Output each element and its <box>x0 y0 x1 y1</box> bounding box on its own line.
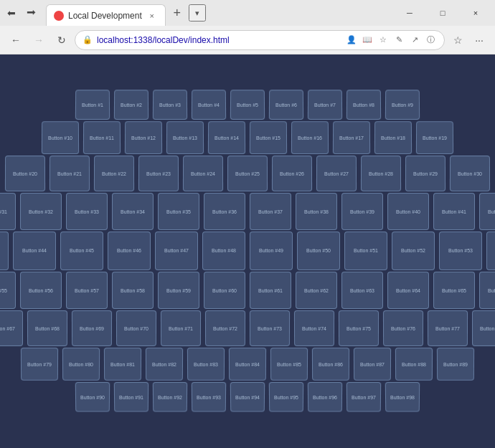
seat-button[interactable]: Button #22 <box>94 156 134 191</box>
seat-button[interactable]: Button #25 <box>227 156 268 191</box>
seat-button[interactable]: Button #94 <box>230 381 265 411</box>
seat-button[interactable]: Button #67 <box>0 310 23 345</box>
seat-button[interactable]: Button #23 <box>138 156 179 191</box>
seat-button[interactable]: Button #92 <box>153 381 187 411</box>
seat-button[interactable]: Button #19 <box>416 121 453 154</box>
seat-button[interactable]: Button #90 <box>75 381 110 411</box>
seat-button[interactable]: Button #81 <box>104 347 141 380</box>
seat-button[interactable]: Button #51 <box>344 232 387 270</box>
seat-button[interactable]: Button #37 <box>250 193 291 230</box>
seat-button[interactable]: Button #3 <box>153 90 187 120</box>
seat-button[interactable]: Button #59 <box>158 271 199 308</box>
seat-button[interactable]: Button #46 <box>108 232 151 270</box>
seat-button[interactable]: Button #68 <box>27 310 67 345</box>
seat-button[interactable]: Button #29 <box>405 156 446 191</box>
seat-button[interactable]: Button #9 <box>385 90 420 120</box>
seat-button[interactable]: Button #34 <box>112 193 154 230</box>
address-bar[interactable]: 🔒 localhost:1338/localDev/index.html 👤 📖… <box>75 30 445 50</box>
seat-button[interactable]: Button #65 <box>433 271 475 308</box>
seat-button[interactable]: Button #7 <box>308 90 342 120</box>
seat-button[interactable]: Button #84 <box>229 347 266 380</box>
seat-button[interactable]: Button #60 <box>204 271 245 308</box>
seat-button[interactable]: Button #79 <box>21 347 58 380</box>
seat-button[interactable]: Button #2 <box>114 90 148 120</box>
back-button[interactable]: ← <box>6 30 26 50</box>
share-icon[interactable]: ↗ <box>408 34 421 47</box>
seat-button[interactable]: Button #77 <box>428 310 468 345</box>
seat-button[interactable]: Button #45 <box>60 232 103 270</box>
seat-button[interactable]: Button #32 <box>20 193 62 230</box>
seat-button[interactable]: Button #56 <box>20 271 62 308</box>
seat-button[interactable]: Button #6 <box>269 90 303 120</box>
seat-button[interactable]: Button #50 <box>297 232 340 270</box>
seat-button[interactable]: Button #75 <box>339 310 379 345</box>
active-tab[interactable]: Local Development × <box>46 4 166 26</box>
seat-button[interactable]: Button #12 <box>125 121 162 154</box>
seat-button[interactable]: Button #55 <box>0 271 16 308</box>
seat-button[interactable]: Button #28 <box>361 156 401 191</box>
favorites-bar-button[interactable]: ☆ <box>448 30 468 50</box>
forward-page-button[interactable]: ⮕ <box>23 4 40 22</box>
seat-button[interactable]: Button #49 <box>250 232 293 270</box>
new-tab-button[interactable]: + <box>167 3 187 23</box>
seat-button[interactable]: Button #64 <box>387 271 429 308</box>
seat-button[interactable]: Button #36 <box>204 193 245 230</box>
seat-button[interactable]: Button #74 <box>294 310 334 345</box>
back-page-button[interactable]: ⬅ <box>3 4 20 22</box>
seat-button[interactable]: Button #80 <box>62 347 100 380</box>
seat-button[interactable]: Button #91 <box>114 381 148 411</box>
seat-button[interactable]: Button #89 <box>437 347 474 380</box>
seat-button[interactable]: Button #83 <box>187 347 225 380</box>
seat-button[interactable]: Button #52 <box>392 232 435 270</box>
seat-button[interactable]: Button #15 <box>250 121 287 154</box>
seat-button[interactable]: Button #41 <box>433 193 475 230</box>
seat-button[interactable]: Button #98 <box>385 381 420 411</box>
refresh-button[interactable]: ↻ <box>52 30 72 50</box>
seat-button[interactable]: Button #93 <box>192 381 226 411</box>
seat-button[interactable]: Button #17 <box>333 121 370 154</box>
seat-button[interactable]: Button #87 <box>354 347 391 380</box>
collections-icon[interactable]: ✎ <box>392 34 405 47</box>
more-button[interactable]: ··· <box>469 30 489 50</box>
profile-icon[interactable]: 👤 <box>345 34 358 47</box>
seat-button[interactable]: Button #72 <box>205 310 245 345</box>
seat-button[interactable]: Button #30 <box>450 156 490 191</box>
seat-button[interactable]: Button #4 <box>192 90 226 120</box>
seat-button[interactable]: Button #66 <box>479 271 495 308</box>
seat-button[interactable]: Button #27 <box>316 156 357 191</box>
seat-button[interactable]: Button #13 <box>166 121 204 154</box>
seat-button[interactable]: Button #61 <box>250 271 291 308</box>
seat-button[interactable]: Button #86 <box>312 347 349 380</box>
seat-button[interactable]: Button #5 <box>230 90 265 120</box>
seat-button[interactable]: Button #62 <box>296 271 337 308</box>
seat-button[interactable]: Button #38 <box>296 193 337 230</box>
seat-button[interactable]: Button #54 <box>486 232 495 270</box>
seat-button[interactable]: Button #33 <box>66 193 108 230</box>
seat-button[interactable]: Button #95 <box>269 381 303 411</box>
seat-button[interactable]: Button #58 <box>112 271 154 308</box>
seat-button[interactable]: Button #40 <box>387 193 429 230</box>
seat-button[interactable]: Button #97 <box>346 381 381 411</box>
seat-button[interactable]: Button #39 <box>341 193 383 230</box>
seat-button[interactable]: Button #82 <box>146 347 183 380</box>
seat-button[interactable]: Button #8 <box>346 90 381 120</box>
seat-button[interactable]: Button #26 <box>272 156 312 191</box>
seat-button[interactable]: Button #63 <box>341 271 383 308</box>
seat-button[interactable]: Button #11 <box>83 121 121 154</box>
seat-button[interactable]: Button #18 <box>374 121 412 154</box>
reading-view-icon[interactable]: 📖 <box>361 34 374 47</box>
forward-button[interactable]: → <box>29 30 49 50</box>
seat-button[interactable]: Button #70 <box>116 310 156 345</box>
seat-button[interactable]: Button #96 <box>308 381 342 411</box>
seat-button[interactable]: Button #31 <box>0 193 16 230</box>
seat-button[interactable]: Button #47 <box>155 232 198 270</box>
seat-button[interactable]: Button #10 <box>42 121 79 154</box>
tab-close-button[interactable]: × <box>146 10 158 22</box>
maximize-button[interactable]: □ <box>426 0 459 26</box>
seat-button[interactable]: Button #42 <box>479 193 495 230</box>
seat-button[interactable]: Button #14 <box>208 121 245 154</box>
favorites-icon[interactable]: ☆ <box>377 34 390 47</box>
seat-button[interactable]: Button #16 <box>291 121 329 154</box>
seat-button[interactable]: Button #71 <box>161 310 201 345</box>
tab-dropdown-button[interactable]: ▾ <box>189 4 206 22</box>
